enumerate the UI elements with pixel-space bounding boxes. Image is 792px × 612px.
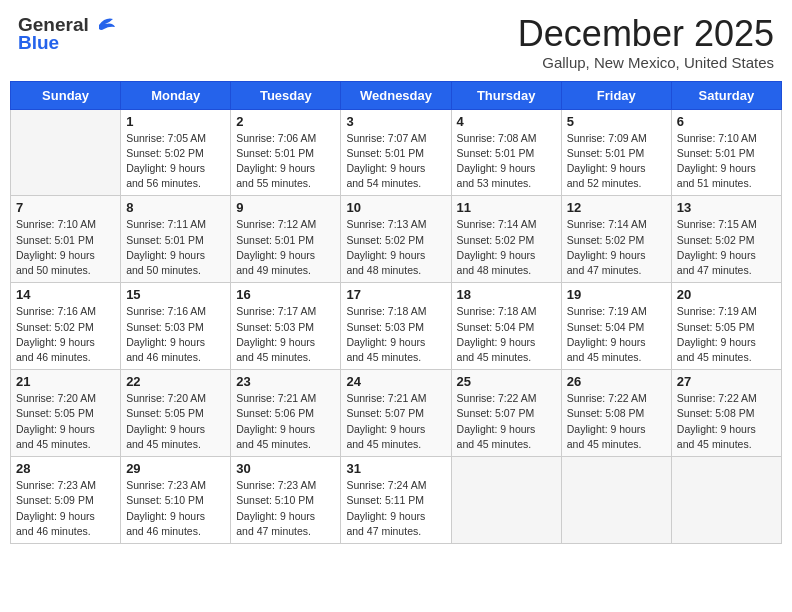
day-number: 16	[236, 287, 335, 302]
calendar-cell: 7Sunrise: 7:10 AMSunset: 5:01 PMDaylight…	[11, 196, 121, 283]
calendar-cell: 13Sunrise: 7:15 AMSunset: 5:02 PMDayligh…	[671, 196, 781, 283]
calendar-cell: 10Sunrise: 7:13 AMSunset: 5:02 PMDayligh…	[341, 196, 451, 283]
calendar-cell: 6Sunrise: 7:10 AMSunset: 5:01 PMDaylight…	[671, 109, 781, 196]
day-info: Sunrise: 7:07 AMSunset: 5:01 PMDaylight:…	[346, 131, 445, 192]
day-info: Sunrise: 7:24 AMSunset: 5:11 PMDaylight:…	[346, 478, 445, 539]
day-number: 4	[457, 114, 556, 129]
day-number: 15	[126, 287, 225, 302]
day-number: 1	[126, 114, 225, 129]
calendar-cell: 21Sunrise: 7:20 AMSunset: 5:05 PMDayligh…	[11, 370, 121, 457]
day-number: 12	[567, 200, 666, 215]
day-number: 24	[346, 374, 445, 389]
month-title: December 2025	[518, 14, 774, 54]
day-number: 7	[16, 200, 115, 215]
day-number: 2	[236, 114, 335, 129]
logo-blue: Blue	[18, 32, 59, 54]
day-info: Sunrise: 7:15 AMSunset: 5:02 PMDaylight:…	[677, 217, 776, 278]
logo: General Blue	[18, 14, 117, 54]
calendar-cell: 22Sunrise: 7:20 AMSunset: 5:05 PMDayligh…	[121, 370, 231, 457]
calendar-cell: 19Sunrise: 7:19 AMSunset: 5:04 PMDayligh…	[561, 283, 671, 370]
day-number: 22	[126, 374, 225, 389]
week-row-4: 21Sunrise: 7:20 AMSunset: 5:05 PMDayligh…	[11, 370, 782, 457]
day-number: 6	[677, 114, 776, 129]
calendar-cell: 23Sunrise: 7:21 AMSunset: 5:06 PMDayligh…	[231, 370, 341, 457]
calendar-cell: 1Sunrise: 7:05 AMSunset: 5:02 PMDaylight…	[121, 109, 231, 196]
weekday-header-friday: Friday	[561, 81, 671, 109]
day-info: Sunrise: 7:10 AMSunset: 5:01 PMDaylight:…	[16, 217, 115, 278]
calendar-cell: 26Sunrise: 7:22 AMSunset: 5:08 PMDayligh…	[561, 370, 671, 457]
calendar-cell: 3Sunrise: 7:07 AMSunset: 5:01 PMDaylight…	[341, 109, 451, 196]
logo-bird-icon	[91, 15, 117, 35]
calendar-cell: 11Sunrise: 7:14 AMSunset: 5:02 PMDayligh…	[451, 196, 561, 283]
calendar-cell: 27Sunrise: 7:22 AMSunset: 5:08 PMDayligh…	[671, 370, 781, 457]
calendar-table: SundayMondayTuesdayWednesdayThursdayFrid…	[10, 81, 782, 544]
calendar-cell: 25Sunrise: 7:22 AMSunset: 5:07 PMDayligh…	[451, 370, 561, 457]
day-number: 20	[677, 287, 776, 302]
day-info: Sunrise: 7:22 AMSunset: 5:07 PMDaylight:…	[457, 391, 556, 452]
day-number: 3	[346, 114, 445, 129]
day-number: 21	[16, 374, 115, 389]
day-number: 30	[236, 461, 335, 476]
day-info: Sunrise: 7:23 AMSunset: 5:10 PMDaylight:…	[236, 478, 335, 539]
day-info: Sunrise: 7:21 AMSunset: 5:06 PMDaylight:…	[236, 391, 335, 452]
day-number: 13	[677, 200, 776, 215]
calendar-cell: 5Sunrise: 7:09 AMSunset: 5:01 PMDaylight…	[561, 109, 671, 196]
calendar-cell: 15Sunrise: 7:16 AMSunset: 5:03 PMDayligh…	[121, 283, 231, 370]
week-row-2: 7Sunrise: 7:10 AMSunset: 5:01 PMDaylight…	[11, 196, 782, 283]
calendar-cell	[671, 457, 781, 544]
day-number: 11	[457, 200, 556, 215]
day-info: Sunrise: 7:14 AMSunset: 5:02 PMDaylight:…	[567, 217, 666, 278]
day-number: 9	[236, 200, 335, 215]
day-info: Sunrise: 7:21 AMSunset: 5:07 PMDaylight:…	[346, 391, 445, 452]
day-info: Sunrise: 7:20 AMSunset: 5:05 PMDaylight:…	[16, 391, 115, 452]
day-number: 8	[126, 200, 225, 215]
day-number: 19	[567, 287, 666, 302]
weekday-header-wednesday: Wednesday	[341, 81, 451, 109]
day-info: Sunrise: 7:09 AMSunset: 5:01 PMDaylight:…	[567, 131, 666, 192]
week-row-1: 1Sunrise: 7:05 AMSunset: 5:02 PMDaylight…	[11, 109, 782, 196]
calendar-cell: 9Sunrise: 7:12 AMSunset: 5:01 PMDaylight…	[231, 196, 341, 283]
day-info: Sunrise: 7:08 AMSunset: 5:01 PMDaylight:…	[457, 131, 556, 192]
calendar-cell: 24Sunrise: 7:21 AMSunset: 5:07 PMDayligh…	[341, 370, 451, 457]
day-info: Sunrise: 7:22 AMSunset: 5:08 PMDaylight:…	[567, 391, 666, 452]
calendar-cell: 29Sunrise: 7:23 AMSunset: 5:10 PMDayligh…	[121, 457, 231, 544]
calendar-cell: 8Sunrise: 7:11 AMSunset: 5:01 PMDaylight…	[121, 196, 231, 283]
calendar-cell	[451, 457, 561, 544]
day-info: Sunrise: 7:18 AMSunset: 5:03 PMDaylight:…	[346, 304, 445, 365]
calendar-cell	[561, 457, 671, 544]
day-info: Sunrise: 7:05 AMSunset: 5:02 PMDaylight:…	[126, 131, 225, 192]
calendar-cell: 12Sunrise: 7:14 AMSunset: 5:02 PMDayligh…	[561, 196, 671, 283]
calendar-cell: 2Sunrise: 7:06 AMSunset: 5:01 PMDaylight…	[231, 109, 341, 196]
day-info: Sunrise: 7:16 AMSunset: 5:02 PMDaylight:…	[16, 304, 115, 365]
day-number: 18	[457, 287, 556, 302]
calendar-cell: 20Sunrise: 7:19 AMSunset: 5:05 PMDayligh…	[671, 283, 781, 370]
week-row-5: 28Sunrise: 7:23 AMSunset: 5:09 PMDayligh…	[11, 457, 782, 544]
day-info: Sunrise: 7:11 AMSunset: 5:01 PMDaylight:…	[126, 217, 225, 278]
day-info: Sunrise: 7:19 AMSunset: 5:05 PMDaylight:…	[677, 304, 776, 365]
calendar-cell	[11, 109, 121, 196]
day-info: Sunrise: 7:06 AMSunset: 5:01 PMDaylight:…	[236, 131, 335, 192]
calendar-cell: 30Sunrise: 7:23 AMSunset: 5:10 PMDayligh…	[231, 457, 341, 544]
day-info: Sunrise: 7:16 AMSunset: 5:03 PMDaylight:…	[126, 304, 225, 365]
week-row-3: 14Sunrise: 7:16 AMSunset: 5:02 PMDayligh…	[11, 283, 782, 370]
calendar-cell: 18Sunrise: 7:18 AMSunset: 5:04 PMDayligh…	[451, 283, 561, 370]
day-number: 17	[346, 287, 445, 302]
location: Gallup, New Mexico, United States	[518, 54, 774, 71]
day-number: 27	[677, 374, 776, 389]
day-info: Sunrise: 7:23 AMSunset: 5:09 PMDaylight:…	[16, 478, 115, 539]
day-number: 14	[16, 287, 115, 302]
day-info: Sunrise: 7:13 AMSunset: 5:02 PMDaylight:…	[346, 217, 445, 278]
day-number: 26	[567, 374, 666, 389]
day-info: Sunrise: 7:20 AMSunset: 5:05 PMDaylight:…	[126, 391, 225, 452]
weekday-header-tuesday: Tuesday	[231, 81, 341, 109]
day-info: Sunrise: 7:19 AMSunset: 5:04 PMDaylight:…	[567, 304, 666, 365]
day-info: Sunrise: 7:18 AMSunset: 5:04 PMDaylight:…	[457, 304, 556, 365]
weekday-header-saturday: Saturday	[671, 81, 781, 109]
day-number: 25	[457, 374, 556, 389]
calendar-cell: 14Sunrise: 7:16 AMSunset: 5:02 PMDayligh…	[11, 283, 121, 370]
calendar-cell: 28Sunrise: 7:23 AMSunset: 5:09 PMDayligh…	[11, 457, 121, 544]
title-block: December 2025 Gallup, New Mexico, United…	[518, 14, 774, 71]
day-number: 10	[346, 200, 445, 215]
weekday-header-row: SundayMondayTuesdayWednesdayThursdayFrid…	[11, 81, 782, 109]
page-header: General Blue December 2025 Gallup, New M…	[10, 10, 782, 75]
